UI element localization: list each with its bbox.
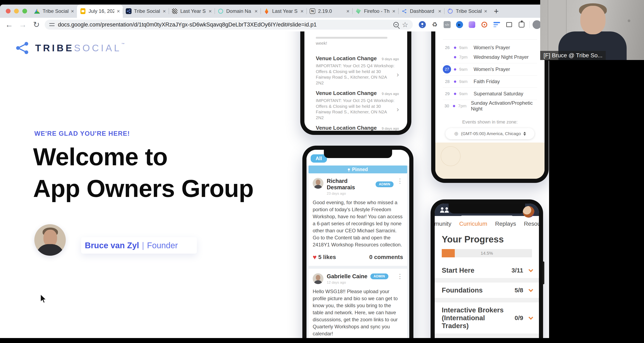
status-progress-bar [461,216,513,218]
share-icon [15,40,30,56]
tab-domain-names[interactable]: Domain Na × [215,4,260,18]
close-tab-icon[interactable]: × [71,8,74,14]
tab-last-year-2[interactable]: Last Year S × [260,4,306,18]
close-tab-icon[interactable]: × [300,8,304,14]
ring-icon [447,8,453,14]
event-row: 27 9am Women's Prayer [443,64,537,74]
drive-icon [34,8,40,14]
browser-toolbar: ← → ↻ docs.google.com/presentation/d/1tq… [0,18,549,32]
wall-dot [628,20,630,22]
fullscreen-extension-icon[interactable] [506,21,513,28]
maximize-window-icon[interactable] [22,9,27,14]
tab-firefoo[interactable]: Firefoo - Th × [352,4,398,18]
address-bar[interactable]: docs.google.com/presentation/d/1tq0m0tyX… [45,20,413,30]
webcam-name-label: [F] Bruce @ Tribe So... [540,51,606,60]
event-row: 29 9am Supernatural Saturday [443,89,537,98]
course-section: Start Here 3/11 [435,263,539,278]
extension-icons: ♻ </> ▶ [418,21,525,28]
course-section: Interactive Brokers (International Trade… [435,302,539,334]
notification-item: Venue Location Change9 days ago IMPORTAN… [316,90,399,120]
event-dot-icon [454,46,456,49]
nav-replays: Replays [495,220,516,227]
nav-resources: Resources [524,220,539,227]
url-text[interactable]: docs.google.com/presentation/d/1tq0m0tyX… [58,22,390,28]
progress-bar: 14.5% [442,249,532,257]
zoom-out-icon[interactable] [393,22,399,27]
close-tab-icon[interactable]: × [117,8,120,14]
slide-eyebrow: WE'RE GLAD YOU'RE HERE! [34,130,130,137]
close-tab-icon[interactable]: × [163,8,166,14]
pinned-banner: Pinned [308,166,407,173]
purple-extension-icon[interactable] [468,21,476,28]
partial-text: week! [316,41,399,46]
minimize-window-icon[interactable] [14,9,19,14]
phone-mockup-feed: All Pinned Richard Desmarais ADMIN [302,146,414,338]
tab-dashboard[interactable]: Dashboard × [398,4,444,18]
sort-arrows-icon [524,132,526,136]
macos-traffic-lights[interactable] [6,9,27,14]
kebab-menu-icon: ⋮ [397,273,403,280]
globe-icon: ⊕ [454,131,458,136]
tab-strip: Tribe Social × July 16, 202 × Tribe Soci… [0,4,549,18]
avatar [313,178,324,189]
event-dot-icon [454,93,456,95]
timezone-label: Events shown in time zone: [443,119,537,125]
reload-button[interactable]: ↻ [31,21,42,28]
speaker-head [580,6,606,34]
close-tab-icon[interactable]: × [254,8,258,14]
close-tab-icon[interactable]: × [346,8,350,14]
tribe-social-logo: TRIBESOCIAL™ [15,40,125,56]
forward-button[interactable]: → [17,21,28,28]
code-extension-icon[interactable]: </> [444,21,451,28]
notification-item: Venue Location Change9 days ago IMPORTAN… [316,55,399,86]
tab-notion-2190[interactable]: N 2.19.0 × [306,4,352,18]
browser-profile-avatar[interactable] [532,20,541,29]
founder-caption: Bruce van Zyl | Founder [81,237,197,254]
mouse-cursor [40,294,48,304]
phone-mockup-events: 26 9am Women's Prayer 7pm Wednesday Nigh… [431,32,549,183]
recycle-icon[interactable]: ♻ [431,21,438,28]
tab-tribe-social-drive[interactable]: Tribe Social × [31,4,77,18]
toolbar-divider [530,21,530,28]
webcam-overlay[interactable]: [F] Bruce @ Tribe So... [540,0,644,60]
slide-title: Welcome to App Owners Group [33,141,254,204]
tab-last-year-1[interactable]: Last Year S × [169,4,215,18]
video-play-extension-icon[interactable]: ▶ [456,21,463,28]
extensions-puzzle-icon[interactable] [518,21,525,28]
close-tab-icon[interactable]: × [438,8,441,14]
firebase-icon [264,8,270,14]
truncated-text-line [316,37,387,39]
tabs: Tribe Social × July 16, 202 × Tribe Soci… [31,4,498,18]
chevron-down-icon [528,268,533,272]
new-tab-button[interactable]: + [494,7,498,15]
tab-tribe-social[interactable]: Tribe Social × [123,4,169,18]
app-nav: Community Curriculum Replays Resources [435,220,539,227]
back-button[interactable]: ← [4,21,14,28]
phone-notch [448,204,525,214]
close-tab-icon[interactable]: × [392,8,396,14]
tab-july-16-slides[interactable]: July 16, 202 × [77,4,123,18]
chevron-right-icon: › [397,106,399,112]
community-people-icon [440,207,450,214]
tribe-share-icon [126,8,132,14]
close-tab-icon[interactable]: × [484,8,487,14]
tab-tribe-social-2[interactable]: Tribe Social × [444,4,490,18]
event-row: 28 9am Faith Friday [443,77,537,86]
timezone-value: (GMT-05:00) America, Chicago [461,131,521,136]
tag-bars-extension-icon[interactable] [493,21,500,28]
orange-ring-extension-icon[interactable] [480,21,488,28]
avatar [523,206,534,218]
nav-curriculum: Curriculum [459,220,487,227]
phone-screen-image [435,142,544,179]
godaddy-icon [218,8,224,14]
close-window-icon[interactable] [6,9,10,14]
admin-badge: ADMIN [370,274,388,279]
close-tab-icon[interactable]: × [209,8,212,14]
founder-role: Founder [147,241,178,250]
phone-mockup-notifications: week! Venue Location Change9 days ago IM… [300,32,411,135]
password-manager-icon[interactable] [418,21,426,28]
phone-mockup-progress: OPTIONS TRADER Community Curriculum Repl… [430,200,543,338]
bookmark-star-icon[interactable]: ☆ [402,21,408,28]
tune-icon[interactable] [49,22,54,27]
event-dot-icon [453,105,455,107]
